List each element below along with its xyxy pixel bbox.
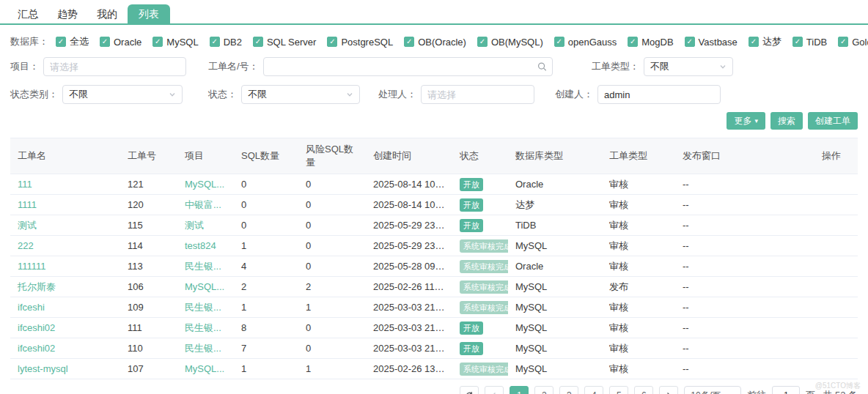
db-option-OB(MySQL)[interactable]: ✓OB(MySQL)	[477, 37, 543, 48]
project-link[interactable]: 民生银...	[185, 343, 221, 354]
order-number-cell: 114	[120, 236, 177, 256]
db-option-OB(Oracle)[interactable]: ✓OB(Oracle)	[404, 37, 466, 48]
db-option-TiDB[interactable]: ✓TiDB	[792, 37, 827, 48]
order-name-link[interactable]: ifceshi02	[18, 343, 55, 354]
db-option-SQL Server[interactable]: ✓SQL Server	[253, 37, 316, 48]
release-window-cell: --	[675, 195, 814, 215]
order-name-link[interactable]: lytest-mysql	[18, 363, 68, 374]
column-header: 工单号	[120, 138, 177, 174]
db-option-MySQL[interactable]: ✓MySQL	[152, 37, 198, 48]
column-header: 数据库类型	[508, 138, 602, 174]
order-type-cell: 审核	[602, 174, 675, 195]
order-name-link[interactable]: ifceshi02	[18, 322, 55, 333]
search-icon[interactable]	[537, 62, 547, 72]
project-link[interactable]: 民生银...	[185, 261, 221, 272]
risk-sql-count-cell: 1	[298, 359, 366, 379]
project-link[interactable]: MySQL...	[185, 281, 224, 292]
order-type-cell: 审核	[602, 318, 675, 338]
tab-汇总[interactable]: 汇总	[9, 4, 47, 23]
operations-cell	[814, 174, 858, 195]
order-type-select[interactable]: 不限	[644, 57, 733, 76]
created-time-cell: 2025-05-28 09:41:15	[366, 256, 452, 277]
order-name-input[interactable]	[263, 57, 553, 76]
created-time-cell: 2025-08-14 10:44:33	[366, 174, 452, 195]
refresh-icon	[465, 391, 474, 394]
order-name-link[interactable]: 托尔斯泰	[18, 281, 56, 292]
risk-sql-count-cell: 0	[298, 174, 366, 195]
tab-趋势[interactable]: 趋势	[48, 4, 87, 23]
order-type-label: 工单类型：	[592, 60, 639, 73]
project-cell: 民生银...	[177, 338, 234, 359]
order-type-cell: 审核	[602, 338, 675, 359]
tab-列表[interactable]: 列表	[128, 4, 170, 23]
status-badge: 开放	[460, 321, 483, 335]
create-order-button[interactable]: 创建工单	[808, 112, 858, 130]
page-button-1[interactable]: 1	[510, 386, 529, 394]
project-link[interactable]: test824	[185, 240, 216, 251]
more-button[interactable]: 更多 ▾	[727, 112, 765, 130]
refresh-button[interactable]	[460, 386, 479, 394]
db-option-MogDB[interactable]: ✓MogDB	[628, 37, 673, 48]
db-option-openGauss[interactable]: ✓openGauss	[554, 37, 617, 48]
db-option-Vastbase[interactable]: ✓Vastbase	[685, 37, 738, 48]
next-page-button[interactable]	[659, 386, 678, 394]
prev-page-button[interactable]	[485, 386, 504, 394]
order-name-link[interactable]: 222	[18, 240, 34, 251]
order-name-link[interactable]: 1111	[18, 199, 37, 210]
order-row: 222 114 test824 1 0 2025-05-29 23:18:52 …	[10, 236, 858, 256]
created-time-cell: 2025-03-03 21:47:19	[366, 318, 452, 338]
project-select-input[interactable]	[43, 57, 186, 76]
project-link[interactable]: MySQL...	[185, 363, 224, 374]
operations-cell	[814, 297, 858, 318]
order-type-cell: 审核	[602, 256, 675, 277]
checkbox-checked-icon: ✓	[253, 37, 263, 47]
handler-select-input[interactable]	[421, 85, 534, 104]
goto-page-input[interactable]	[772, 386, 800, 394]
page-button-5[interactable]: 5	[609, 386, 628, 394]
page-button-2[interactable]: 2	[534, 386, 553, 394]
project-cell: MySQL...	[177, 174, 234, 195]
order-name-link[interactable]: 测试	[18, 220, 37, 231]
order-row: 测试 115 测试 0 0 2025-05-29 23:41:50 开放 TiD…	[10, 215, 858, 236]
order-name-link[interactable]: 111	[18, 179, 32, 190]
page-size-select[interactable]: 10条/页	[684, 386, 741, 394]
creator-label: 创建人：	[555, 88, 593, 101]
project-link[interactable]: 中银富...	[185, 199, 221, 210]
db-option-Oracle[interactable]: ✓Oracle	[100, 37, 141, 48]
creator-input[interactable]	[597, 85, 721, 104]
status-select[interactable]: 不限	[241, 85, 360, 104]
page-size-value: 10条/页	[691, 390, 721, 394]
operations-cell	[814, 256, 858, 277]
project-link[interactable]: 民生银...	[185, 302, 221, 313]
project-link[interactable]: 民生银...	[185, 322, 221, 333]
project-label: 项目：	[10, 60, 39, 73]
order-name-link[interactable]: ifceshi	[18, 302, 45, 313]
table-header-row: 工单名工单号项目SQL数量风险SQL数量创建时间状态数据库类型工单类型发布窗口操…	[10, 138, 858, 174]
created-time-cell: 2025-02-26 11:21:36	[366, 277, 452, 297]
db-option-达梦[interactable]: ✓达梦	[749, 35, 781, 48]
db-option-DB2[interactable]: ✓DB2	[210, 37, 242, 48]
status-badge: 系统审核完成	[460, 363, 508, 376]
project-link[interactable]: MySQL...	[185, 179, 224, 190]
created-time-cell: 2025-02-26 13:56:24	[366, 359, 452, 379]
db-option-GoldenDB[interactable]: ✓GoldenDB	[838, 37, 868, 48]
page-button-3[interactable]: 3	[559, 386, 578, 394]
order-name-link[interactable]: 111111	[18, 261, 46, 272]
tab-我的[interactable]: 我的	[88, 4, 126, 23]
created-time-cell: 2025-03-03 21:44:58	[366, 338, 452, 359]
chevron-down-icon	[346, 91, 353, 98]
creator-filter: 创建人：	[555, 85, 721, 104]
page-button-6[interactable]: 6	[634, 386, 653, 394]
db-option-PostgreSQL[interactable]: ✓PostgreSQL	[327, 37, 393, 48]
page-button-4[interactable]: 4	[584, 386, 603, 394]
status-badge: 开放	[460, 342, 483, 355]
status-category-select[interactable]: 不限	[62, 85, 183, 104]
project-link[interactable]: 测试	[185, 220, 204, 231]
search-button[interactable]: 搜索	[770, 112, 803, 130]
order-type-cell: 审核	[602, 236, 675, 256]
sql-count-cell: 8	[234, 318, 298, 338]
order-number-cell: 106	[120, 277, 177, 297]
status-cell: 系统审核完成	[452, 256, 508, 277]
db-option-全选[interactable]: ✓全选	[56, 35, 89, 48]
db-type-cell: MySQL	[508, 277, 602, 297]
